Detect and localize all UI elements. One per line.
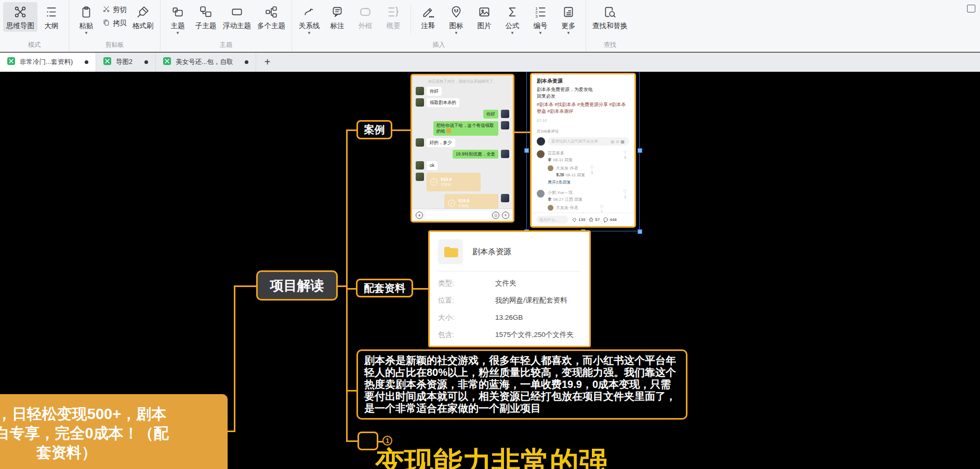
plus-icon: + [502, 212, 509, 219]
chat-input-field [426, 211, 489, 219]
unsaved-dot-icon [144, 60, 148, 64]
chat-bubble: 想给你说下哈，这个有偿领取的哈 [433, 121, 498, 136]
file-info-row: 包含:1575个文件,250个文件夹 [438, 326, 581, 343]
document-icon [163, 57, 171, 67]
heart-icon: ♡2 [621, 150, 629, 185]
chat-message-row: 领取剧本杀的 [416, 98, 509, 107]
avatar [537, 190, 545, 198]
more-icon [562, 4, 575, 20]
topic-node-project-interpretation[interactable]: 项目解读 [256, 270, 338, 301]
folder-icon [438, 239, 463, 264]
chevron-down-icon: ▼ [176, 31, 180, 35]
connector-line [347, 390, 357, 392]
mindmap-icon [14, 4, 27, 20]
subtopic-node-case[interactable]: 案例 [356, 120, 392, 139]
chevron-down-icon: ▼ [538, 31, 542, 35]
wechat-transfer-card: ✓¥19.9已收款 [427, 173, 481, 191]
outline-icon [45, 4, 58, 20]
toolbar-button-mindmap[interactable]: 思维导图 [3, 2, 37, 32]
comments-count: 448 [603, 217, 616, 223]
connector-line [338, 285, 347, 287]
toolbar-button-image[interactable]: 图片 [470, 2, 498, 32]
toolbar-button-note[interactable]: 注释 [414, 2, 442, 32]
check-icon: ✓ [448, 200, 455, 207]
emoji-icon [446, 128, 451, 133]
emoji-smile-icon: ☺ [492, 212, 499, 219]
toolbar-button-multi-topic[interactable]: 多个主题 [254, 2, 288, 32]
document-icon [103, 57, 111, 67]
toolbar-group-label: 主题 [164, 39, 288, 50]
toolbar-button-numbering[interactable]: 123编号▼ [526, 2, 554, 36]
chat-bubble: 领取剧本杀的 [427, 98, 459, 107]
description-node[interactable]: 剧本杀是新颖的社交游戏，很多年轻人都喜欢，而小红书这个平台年轻人的占比在80%以… [356, 349, 687, 420]
document-tab-3[interactable]: 美女号还...包，自取 [156, 53, 256, 72]
document-tab-1[interactable]: 非常冷门...套资料) [0, 53, 96, 72]
toolbar-button-cut[interactable]: 剪切 [102, 5, 127, 15]
chat-avatar [416, 138, 424, 147]
connector-line [234, 285, 235, 432]
subtopic-node-materials[interactable]: 配套资料 [356, 279, 413, 297]
wechat-chat-screenshot-node[interactable]: 你已添加了对方，现在可以开始聊天了。你好领取剧本杀的你好想给你说下哈，这个有偿领… [410, 74, 514, 223]
post-text: 剧本杀免费资源，为爱发电 回复必发 [537, 86, 629, 100]
comment-input-row: 爱评论的人运气都不会太差◎☺▦ [537, 137, 629, 146]
chat-avatar [416, 161, 424, 170]
chat-message-row: 想给你说下哈，这个有偿领取的哈 [416, 121, 509, 136]
cut-icon [102, 5, 110, 15]
connector-line [413, 288, 429, 290]
selection-handle[interactable] [638, 229, 642, 234]
toolbar-button-formula[interactable]: 公式▼ [498, 2, 526, 36]
chevron-down-icon: ▼ [566, 31, 571, 35]
selection-handle[interactable] [524, 148, 529, 153]
wechat-chat-content: 你已添加了对方，现在可以开始聊天了。你好领取剧本杀的你好想给你说下哈，这个有偿领… [412, 75, 513, 221]
toolbar-button-subtopic[interactable]: 子主题 [192, 2, 220, 32]
toolbar-button-floating-topic[interactable]: 浮动主题 [220, 2, 254, 32]
relationship-icon [302, 4, 316, 20]
topic-icon [171, 4, 184, 20]
chat-bubble: 19.9特别优惠，全套 [453, 150, 498, 159]
selection-handle[interactable] [638, 148, 642, 153]
mindmap-canvas[interactable]: 赛道，日轻松变现500+，剧本 杀小白专享，完全0成本！（配 套资料） 项目解读… [0, 72, 980, 469]
xiaohongshu-screenshot-node[interactable]: 剧本杀资源剧本杀免费资源，为爱发电 回复必发#剧本杀 #找剧本杀 #免费资源分享… [530, 73, 636, 228]
new-tab-button[interactable]: + [256, 53, 278, 72]
toolbar-group-1: 粘贴▼剪切拷贝格式刷剪贴板 [69, 0, 161, 51]
unsaved-dot-icon [85, 60, 88, 64]
chat-avatar [501, 110, 509, 118]
chat-avatar [501, 150, 509, 158]
chat-input-bar: ◖☺+ [412, 209, 513, 221]
expand-replies-link: 展开2条回复 [548, 179, 618, 185]
toolbar-button-callout[interactable]: 标注 [323, 2, 351, 32]
chat-message-row: 你好 [416, 87, 509, 96]
toolbar-button-find-replace[interactable]: 查找和替换 [589, 2, 631, 32]
toolbar-button-relationship[interactable]: 关系线▼ [295, 2, 323, 36]
root-topic-node[interactable]: 赛道，日轻松变现500+，剧本 杀小白专享，完全0成本！（配 套资料） [0, 394, 228, 469]
marker-icon [449, 4, 463, 20]
big-topic-title[interactable]: 变现能力非常的强 [375, 443, 608, 469]
toolbar-group-label: 模式 [3, 39, 65, 50]
file-info-card-node[interactable]: 剧本杀资源 类型:文件夹位置:我的网盘/课程配套资料大小:13.26GB包含:1… [428, 230, 591, 347]
document-icon [7, 57, 15, 67]
chat-avatar [416, 173, 424, 181]
file-info-row: 类型:文件夹 [438, 275, 581, 292]
toolbar-button-marker[interactable]: 图标▼ [442, 2, 470, 36]
toolbar-button-format-painter[interactable]: 格式刷 [129, 2, 157, 32]
avatar [537, 137, 545, 146]
toolbar-button-summary: 概要 [379, 2, 407, 32]
toolbar-separator [410, 4, 411, 34]
voice-icon: ◖ [416, 212, 423, 219]
toolbar-group-0: 思维导图大纲模式 [0, 0, 69, 51]
panel-toggle-icon[interactable] [967, 5, 975, 12]
file-info-row: 位置:我的网盘/课程配套资料 [438, 292, 581, 309]
chat-message-row: 19.9特别优惠，全套 [416, 150, 509, 159]
chat-avatar [416, 87, 424, 95]
avatar [537, 150, 545, 158]
toolbar-button-paste[interactable]: 粘贴▼ [72, 2, 100, 36]
chat-bubble: 你好 [483, 110, 498, 119]
document-tab-2[interactable]: 导图2 [96, 53, 156, 72]
toolbar-button-outline[interactable]: 大纲 [37, 2, 65, 32]
boundary-icon [359, 4, 372, 20]
toolbar-button-copy[interactable]: 拷贝 [102, 19, 127, 28]
toolbar-button-more[interactable]: 更多▼ [554, 2, 582, 36]
floating-topic-icon [230, 4, 244, 20]
toolbar-button-topic[interactable]: 主题▼ [164, 2, 192, 36]
chevron-down-icon: ▼ [84, 31, 88, 35]
